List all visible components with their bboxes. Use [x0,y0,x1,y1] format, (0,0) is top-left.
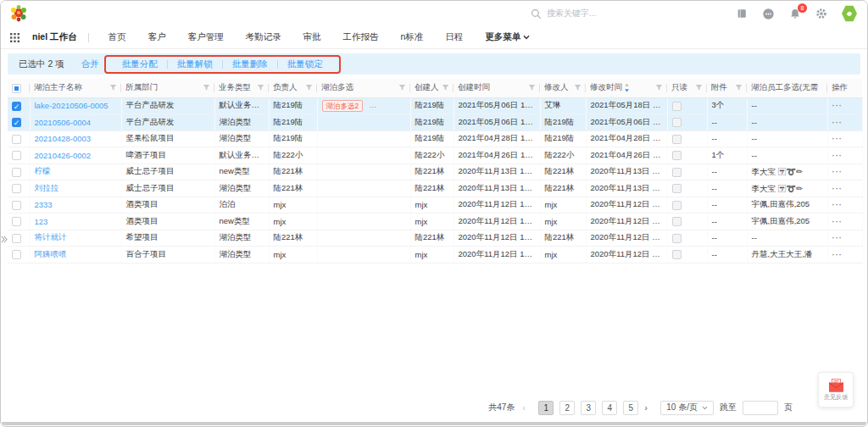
row-actions-button[interactable]: ··· [832,184,843,193]
page-button-2[interactable]: 2 [559,401,575,415]
page-button-5[interactable]: 5 [623,401,638,415]
col-header-7[interactable]: 创建时间 [453,79,540,97]
col-header-1[interactable]: 湖泊主子名称 [30,79,121,97]
filter-funnel-icon[interactable] [735,84,743,92]
row-actions-button[interactable]: ··· [832,101,843,110]
filter-funnel-icon[interactable] [203,84,210,92]
batch-action-4-button[interactable]: 批量锁定 [278,58,332,70]
nav-item-6[interactable]: 工作报告 [343,31,379,43]
table-row[interactable]: 123酒类项目new类型mjxmjx2020年11月12日 15:25mjx20… [8,214,862,230]
row-checkbox[interactable] [12,250,21,259]
table-row[interactable]: ✓20210506-0004平台产品研发湖泊类型陆219陆陆219陆2021年0… [8,114,862,131]
record-name-link[interactable]: 123 [35,217,48,226]
feedback-button[interactable]: 意见反馈 [818,372,854,408]
table-row[interactable]: 将计就计希望项目湖泊类型陆221林陆221林2020年11月12日 15:15陆… [8,230,862,247]
tag-red[interactable]: 湖泊多选2 [322,100,364,112]
page-button-1[interactable]: 1 [538,401,554,415]
message-icon[interactable] [762,8,775,20]
nav-item-5[interactable]: 审批 [303,31,321,43]
filter-funnel-icon[interactable] [528,84,536,92]
col-header-8[interactable]: 修改人 [540,79,586,97]
merge-button[interactable]: 合并 [81,58,99,70]
filter-funnel-icon[interactable] [655,84,663,92]
table-row[interactable]: 2333酒类项目泊泊mjxmjx2020年11月12日 15:25mjx2020… [8,197,862,214]
apps-grid-icon[interactable] [10,33,19,42]
row-checkbox[interactable] [12,151,21,160]
nav-item-4[interactable]: 考勤记录 [246,31,281,43]
app-logo-icon[interactable] [9,4,28,23]
row-checkbox[interactable] [12,217,21,226]
row-actions-button[interactable]: ··· [832,217,843,226]
row-checkbox[interactable] [12,168,21,177]
row-actions-button[interactable]: ··· [832,118,843,127]
filter-funnel-icon[interactable] [305,84,313,92]
workspace-name[interactable]: niel 工作台 [32,31,77,43]
record-name-link[interactable]: 刘拉拉 [35,183,59,192]
record-name-link[interactable]: 柠檬 [35,166,51,175]
row-checkbox[interactable]: ✓ [12,102,21,111]
row-checkbox[interactable] [12,234,21,243]
batch-action-1-button[interactable]: 批量分配 [113,58,167,70]
col-header-12[interactable]: 湖泊员工多选(无需 [747,79,827,97]
col-header-10[interactable]: 只读 [667,79,707,97]
filter-funnel-icon[interactable] [695,84,703,92]
record-name-link[interactable]: 2333 [35,200,53,209]
row-actions-button[interactable]: ··· [832,250,843,259]
row-checkbox[interactable] [12,184,21,193]
record-name-link[interactable]: 20210426-0002 [35,151,92,160]
col-header-13[interactable]: 操作 [827,79,862,97]
jump-page-input[interactable] [743,401,778,415]
prev-page-button[interactable]: ‹ [522,402,532,413]
sort-icon[interactable] [624,83,630,92]
table-row[interactable]: 20210428-0003坚果松鼠项目湖泊类型陆219陆陆219陆2021年04… [8,130,862,147]
col-header-2[interactable]: 所属部门 [121,79,214,97]
table-row[interactable]: 柠檬威士忌子项目new类型陆221林陆221林2020年11月13日 10:31… [8,164,862,180]
page-button-4[interactable]: 4 [602,401,617,415]
table-row[interactable]: ✓lake-20210506-0005平台产品研发默认业务类型陆219陆湖泊多选… [8,97,862,114]
record-name-link[interactable]: 将计就计 [35,232,67,241]
global-search[interactable]: 搜索关键字... [531,1,596,26]
table-row[interactable]: 20210426-0002啤酒子项目默认业务类型陆222小陆222小2021年0… [8,147,862,164]
table-row[interactable]: 刘拉拉威士忌子项目湖泊类型陆221林陆221林2020年11月13日 10:30… [8,180,862,197]
row-actions-button[interactable]: ··· [832,134,843,143]
settings-gear-icon[interactable] [815,8,827,19]
page-button-3[interactable]: 3 [581,401,596,415]
nav-item-1[interactable]: 首页 [108,31,126,43]
nav-item-8[interactable]: 日程 [445,31,463,43]
row-checkbox[interactable]: ✓ [12,118,21,127]
table-row[interactable]: 阿姨喂喂百合子项目湖泊类型mjxmjx2020年11月12日 14:38mjx2… [8,247,862,263]
record-name-link[interactable]: 阿姨喂喂 [35,249,67,258]
next-page-button[interactable]: › [644,402,654,413]
col-header-6[interactable]: 创建人 [410,79,453,97]
filter-funnel-icon[interactable] [442,84,449,92]
user-avatar[interactable] [842,5,857,22]
filter-funnel-icon[interactable] [257,84,264,92]
col-header-11[interactable]: 附件 [707,79,747,97]
record-name-link[interactable]: 20210428-0003 [35,134,92,143]
sidebar-expand-icon[interactable] [1,236,8,243]
row-actions-button[interactable]: ··· [832,151,843,160]
nav-item-7[interactable]: n标准 [401,31,424,43]
select-all-checkbox[interactable] [12,84,21,93]
nav-item-3[interactable]: 客户管理 [188,31,224,43]
page-size-select[interactable]: 10 条/页 [660,401,714,415]
row-actions-button[interactable]: ··· [832,233,843,242]
nav-item-2[interactable]: 客户 [148,31,166,43]
filter-funnel-icon[interactable] [398,84,406,92]
col-header-9[interactable]: 修改时间 [586,79,667,97]
batch-action-2-button[interactable]: 批量解锁 [168,58,222,70]
notification-bell-icon[interactable]: 8 [789,8,801,20]
record-name-link[interactable]: lake-20210506-0005 [35,101,108,110]
notebook-icon[interactable] [736,8,748,19]
filter-funnel-icon[interactable] [109,84,117,92]
col-header-5[interactable]: 湖泊多选 [317,79,410,97]
row-actions-button[interactable]: ··· [832,200,843,209]
row-checkbox[interactable] [12,201,21,210]
more-menu[interactable]: 更多菜单 [485,31,530,43]
row-checkbox[interactable] [12,135,21,144]
record-name-link[interactable]: 20210506-0004 [35,118,92,127]
filter-funnel-icon[interactable] [574,84,581,92]
batch-action-3-button[interactable]: 批量删除 [223,58,277,70]
col-header-4[interactable]: 负责人 [269,79,317,97]
col-header-3[interactable]: 业务类型 [214,79,269,97]
